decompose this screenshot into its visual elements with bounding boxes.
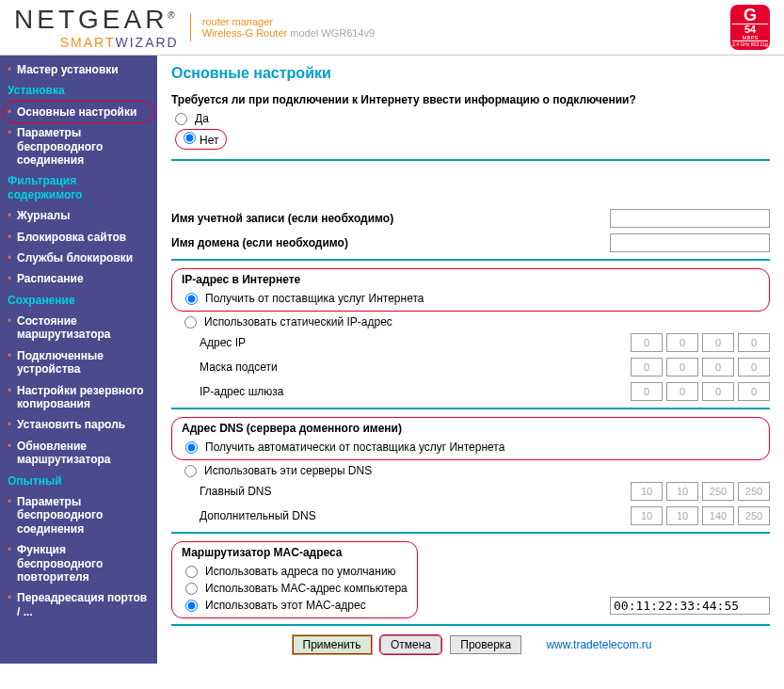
brand-text: NETGEAR® — [14, 5, 179, 35]
divider — [171, 259, 770, 261]
sidebar: Мастер установки Установка Основные наст… — [0, 56, 157, 664]
dns-primary-label: Главный DNS — [171, 485, 631, 498]
nav-block-services[interactable]: Службы блокировки — [0, 248, 157, 268]
nav-router-upgrade[interactable]: Обновление маршрутизатора — [0, 436, 157, 471]
ip-auto-radio[interactable] — [185, 293, 198, 305]
domain-name-input[interactable] — [610, 233, 770, 252]
ip-section-label: IP-адрес в Интернете — [182, 273, 760, 286]
dns-section-label: Адрес DNS (сервера доменного имени) — [182, 422, 760, 435]
mac-this-radio[interactable] — [185, 600, 198, 612]
logo: NETGEAR® SMARTWIZARD — [14, 5, 179, 50]
nav-port-forwarding[interactable]: Переадресация портов / ... — [0, 587, 157, 622]
ip-addr-2[interactable] — [666, 333, 698, 352]
nav-wireless-settings[interactable]: Параметры беспроводного соединения — [0, 122, 157, 170]
ip-addr-1[interactable] — [631, 333, 663, 352]
ip-mask-1[interactable] — [631, 358, 663, 377]
dns-manual-radio[interactable] — [184, 465, 197, 477]
dns-section-highlight: Адрес DNS (сервера доменного имени) Полу… — [171, 417, 770, 460]
ip-mask-3[interactable] — [702, 358, 734, 377]
account-name-label: Имя учетной записи (если необходимо) — [171, 212, 610, 225]
login-no-radio[interactable] — [184, 132, 196, 144]
cancel-button[interactable]: Отмена — [380, 635, 441, 654]
nav-set-password[interactable]: Установить пароль — [0, 414, 157, 435]
dns-secondary-label: Дополнительный DNS — [171, 509, 631, 522]
ip-gateway-label: IP-адрес шлюза — [171, 385, 631, 398]
ip-gw-4[interactable] — [738, 382, 770, 401]
divider — [171, 408, 770, 409]
button-bar: Применить Отмена Проверка www.tradetelec… — [171, 635, 770, 654]
ip-mask-label: Маска подсети — [171, 361, 631, 374]
dns-p-2[interactable] — [666, 482, 698, 501]
nav-setup-wizard[interactable]: Мастер установки — [0, 59, 157, 80]
mac-section-highlight: Маршрутизатор MAC-адреса Использовать ад… — [171, 541, 418, 618]
dns-s-3[interactable] — [702, 506, 734, 525]
ip-static-label: Использовать статический IP-адрес — [204, 315, 392, 328]
header-divider — [190, 13, 191, 41]
mac-address-input[interactable] — [610, 597, 770, 615]
header-subtitle: router manager Wireless-G Router model W… — [202, 16, 375, 39]
dns-auto-radio[interactable] — [185, 441, 198, 454]
dns-p-1[interactable] — [631, 482, 663, 501]
login-no-label: Нет — [200, 134, 218, 147]
header: NETGEAR® SMARTWIZARD router manager Wire… — [0, 0, 784, 56]
ip-mask-2[interactable] — [666, 358, 698, 377]
ip-addr-3[interactable] — [702, 333, 734, 352]
login-question-label: Требуется ли при подключении к Интернету… — [171, 93, 770, 106]
nav-adv-wireless[interactable]: Параметры беспроводного соединения — [0, 491, 157, 539]
ip-gw-3[interactable] — [702, 382, 734, 401]
nav-logs[interactable]: Журналы — [0, 205, 157, 226]
nav-schedule[interactable]: Расписание — [0, 268, 157, 289]
dns-s-2[interactable] — [666, 506, 698, 525]
nav-repeater[interactable]: Функция беспроводного повторителя — [0, 539, 157, 587]
mac-this-label: Использовать этот MAC-адрес — [205, 599, 366, 612]
domain-name-label: Имя домена (если необходимо) — [171, 236, 610, 249]
g-badge-icon: G 54 MBPS 2.4 GHz 802.11g — [730, 5, 770, 50]
nav-backup-settings[interactable]: Настройки резервного копирования — [0, 380, 157, 415]
ip-section-highlight: IP-адрес в Интернете Получить от поставщ… — [171, 268, 770, 312]
ip-addr-4[interactable] — [738, 333, 770, 352]
ip-address-label: Адрес IP — [171, 336, 631, 349]
login-yes-radio[interactable] — [175, 113, 187, 125]
dns-p-3[interactable] — [702, 482, 734, 501]
nav-header-advanced: Опытный — [0, 471, 157, 491]
test-button[interactable]: Проверка — [450, 635, 521, 654]
mac-section-label: Маршрутизатор MAC-адреса — [182, 546, 408, 559]
dns-manual-label: Использовать эти серверы DNS — [204, 464, 372, 477]
login-yes-label: Да — [195, 112, 209, 125]
nav-attached-devices[interactable]: Подключенные устройства — [0, 345, 157, 380]
divider — [171, 159, 770, 161]
nav-header-install: Установка — [0, 80, 157, 101]
apply-button[interactable]: Применить — [293, 635, 372, 654]
page-title: Основные настройки — [171, 65, 770, 82]
dns-auto-label: Получить автоматически от поставщика усл… — [205, 441, 504, 454]
dns-s-1[interactable] — [631, 506, 663, 525]
ip-auto-label: Получить от поставщика услуг Интернета — [205, 292, 424, 305]
dns-s-4[interactable] — [738, 506, 770, 525]
ip-mask-4[interactable] — [738, 358, 770, 377]
main-content: Основные настройки Требуется ли при подк… — [157, 56, 784, 664]
tradetelecom-link[interactable]: www.tradetelecom.ru — [546, 638, 651, 651]
ip-static-radio[interactable] — [184, 316, 197, 328]
account-name-input[interactable] — [610, 209, 770, 228]
nav-header-filter: Фильтрация содержимого — [0, 170, 157, 205]
divider — [171, 624, 770, 626]
nav-block-sites[interactable]: Блокировка сайтов — [0, 227, 157, 248]
nav-header-maintenance: Сохранение — [0, 290, 157, 311]
mac-default-label: Использовать адреса по умолчанию — [205, 565, 396, 578]
dns-p-4[interactable] — [738, 482, 770, 501]
nav-basic-settings[interactable]: Основные настройки — [4, 102, 153, 122]
mac-default-radio[interactable] — [185, 566, 198, 578]
ip-gw-1[interactable] — [631, 382, 663, 401]
nav-router-status[interactable]: Состояние маршрутизатора — [0, 311, 157, 345]
divider — [171, 532, 770, 534]
mac-pc-label: Использовать MAC-адрес компьютера — [205, 582, 408, 595]
ip-gw-2[interactable] — [666, 382, 698, 401]
mac-pc-radio[interactable] — [185, 583, 198, 595]
smartwizard-text: SMARTWIZARD — [14, 35, 179, 50]
